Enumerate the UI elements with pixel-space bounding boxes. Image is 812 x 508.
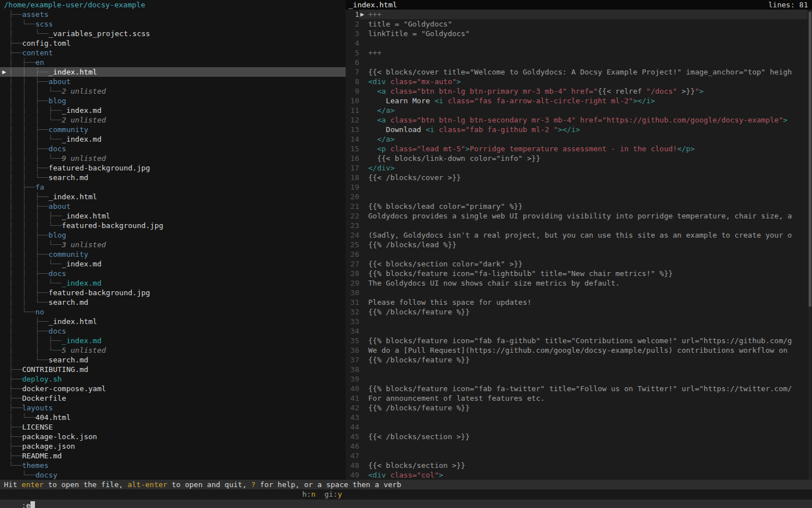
line-content: {{% /blocks/feature %}} — [359, 403, 807, 413]
line-content: <div class="col"> — [359, 470, 807, 480]
line-number: 25 — [346, 240, 359, 249]
tree-row-featured-background.jpg[interactable]: │ │ ├──featured-background.jpg — [0, 288, 346, 297]
preview-scrollbar-thumb[interactable] — [809, 12, 811, 306]
code-line-3: 3linkTitle = "Goldydocs" — [346, 29, 812, 38]
command-input-bar[interactable]: :e h:n gi:y — [0, 489, 812, 500]
line-number: 12 — [346, 115, 359, 125]
preview-scrollbar[interactable] — [809, 11, 811, 480]
tree-row-_index.html[interactable]: │ │ │ ├──_index.html — [0, 211, 346, 221]
tree-branch-lines: │ │ │ └── — [0, 221, 62, 230]
code-token: {{< blocks/section >}} — [368, 461, 465, 470]
tree-row-3-unlisted: │ │ │ └──3 unlisted — [0, 240, 346, 249]
tree-branch-lines: │ │ │ └── — [0, 259, 62, 269]
tree-row-scss[interactable]: │ └──scss — [0, 19, 346, 29]
line-content — [359, 441, 807, 451]
tree-row-blog[interactable]: │ │ ├──blog — [0, 96, 346, 106]
tree-row-_index.md[interactable]: │ │ │ └──_index.md — [0, 259, 346, 269]
preview-cursor-icon: ▶ — [360, 10, 364, 19]
tree-row-fa[interactable]: │ ├──fa — [0, 182, 346, 192]
tree-row-dockerfile[interactable]: ├──Dockerfile — [0, 393, 346, 403]
tree-entry-label: 2 unlisted — [62, 115, 106, 125]
tree-row-docs[interactable]: │ │ ├──docs — [0, 269, 346, 278]
tree-row-_index.html[interactable]: ▶ │ │ ├──_index.html — [0, 67, 346, 77]
tree-row-_index.md[interactable]: │ │ │ └──_index.md — [0, 134, 346, 144]
tree-row-readme.md[interactable]: ├──README.md — [0, 451, 346, 461]
code-token — [368, 87, 377, 95]
code-token: </a> — [377, 135, 395, 143]
tree-row-no[interactable]: │ └──no — [0, 307, 346, 317]
tree-branch-lines: │ │ ├── — [0, 163, 48, 173]
tree-row-docker-compose.yaml[interactable]: ├──docker-compose.yaml — [0, 384, 346, 393]
code-line-44: 44 — [346, 422, 812, 432]
tree-entry-label: assets — [22, 10, 48, 19]
tree-branch-lines: │ └── — [0, 19, 36, 29]
tree-row-_index.md[interactable]: │ │ │ ├──_index.md — [0, 106, 346, 115]
tree-row-about[interactable]: │ │ ├──about — [0, 202, 346, 211]
tree-row-search.md[interactable]: │ │ └──search.md — [0, 173, 346, 182]
line-number: 47 — [346, 451, 359, 461]
tree-row-content[interactable]: ├──content — [0, 48, 346, 58]
tree-row-search.md[interactable]: │ └──search.md — [0, 355, 346, 365]
status-hint-bar: Hit enter to open the file, alt-enter to… — [0, 480, 812, 489]
tree-branch-lines: ├── — [0, 374, 22, 384]
code-token: <div — [368, 77, 386, 86]
tree-entry-label: _index.md — [62, 259, 102, 269]
line-number: 39 — [346, 374, 359, 384]
tree-row-community[interactable]: │ │ ├──community — [0, 125, 346, 134]
code-token: {{< relref — [598, 87, 646, 95]
tree-entry-label: en — [36, 58, 45, 67]
tree-row-_index.html[interactable]: │ ├──_index.html — [0, 317, 346, 326]
code-token: > — [439, 471, 443, 479]
tree-row-community[interactable]: │ │ ├──community — [0, 249, 346, 259]
line-number: 45 — [346, 432, 359, 441]
code-line-7: 7{{< blocks/cover title="Welcome to Gold… — [346, 67, 812, 77]
line-content: </a> — [359, 134, 807, 144]
tree-entry-label: featured-background.jpg — [48, 288, 150, 297]
tree-row-assets[interactable]: ├──assets — [0, 10, 346, 19]
tree-row-themes[interactable]: └──themes — [0, 461, 346, 470]
tree-row-docsy[interactable]: └──docsy — [0, 470, 346, 480]
tree-row-license[interactable]: ├──LICENSE — [0, 422, 346, 432]
input-value[interactable]: e — [26, 501, 30, 508]
code-token: class="fab fa-github ml-2 " — [439, 125, 558, 134]
tree-row-package-lock.json[interactable]: ├──package-lock.json — [0, 432, 346, 441]
code-preview: 1▶+++2title = "Goldydocs"3linkTitle = "G… — [346, 10, 812, 480]
tree-entry-label: _index.md — [62, 278, 102, 288]
line-number: 21 — [346, 202, 359, 211]
code-token: Goldydocs provides a single web UI provi… — [368, 212, 792, 220]
tree-entry-label: blog — [48, 230, 66, 240]
code-line-5: 5+++ — [346, 48, 812, 58]
code-line-23: 23 — [346, 221, 812, 230]
code-line-35: 35{{% blocks/feature icon="fab fa-github… — [346, 336, 812, 345]
line-number: 8 — [346, 77, 359, 86]
file-tree: ├──assets │ └──scss │ └──_variables_proj… — [0, 10, 346, 480]
tree-row-contributing.md[interactable]: ├──CONTRIBUTING.md — [0, 365, 346, 374]
line-number: 20 — [346, 192, 359, 202]
tree-row-en[interactable]: │ ├──en — [0, 58, 346, 67]
tree-row-docs[interactable]: │ │ ├──docs — [0, 144, 346, 154]
tree-row-_index.md[interactable]: │ │ │ └──_index.md — [0, 278, 346, 288]
line-content: (Sadly, Goldydocs isn't a real project, … — [359, 230, 807, 240]
tree-entry-label: _index.html — [62, 211, 111, 221]
code-line-4: 4 — [346, 38, 812, 48]
line-number: 23 — [346, 221, 359, 230]
tree-row-package.json[interactable]: ├──package.json — [0, 441, 346, 451]
tree-branch-lines: │ ├── — [0, 58, 36, 67]
tree-row-about[interactable]: │ │ ├──about — [0, 77, 346, 86]
line-content — [359, 413, 807, 422]
tree-branch-lines: │ │ │ └── — [0, 154, 62, 163]
tree-row-docs[interactable]: │ ├──docs — [0, 326, 346, 336]
tree-row-featured-background.jpg[interactable]: │ │ ├──featured-background.jpg — [0, 163, 346, 173]
tree-row-featured-background.jpg[interactable]: │ │ │ └──featured-background.jpg — [0, 221, 346, 230]
tree-row-search.md[interactable]: │ │ └──search.md — [0, 297, 346, 307]
tree-row-_index.md[interactable]: │ │ ├──_index.md — [0, 336, 346, 345]
code-token: class="col" — [390, 471, 439, 479]
tree-row-layouts[interactable]: ├──layouts — [0, 403, 346, 413]
tree-row-deploy.sh[interactable]: ├──deploy.sh — [0, 374, 346, 384]
tree-row-blog[interactable]: │ │ ├──blog — [0, 230, 346, 240]
tree-row-_index.html[interactable]: │ │ ├──_index.html — [0, 192, 346, 202]
tree-row-config.toml[interactable]: ├──config.toml — [0, 38, 346, 48]
tree-row-404.html[interactable]: │ └──404.html — [0, 413, 346, 422]
line-content: {{< blocks/section color="dark" >}} — [359, 259, 807, 269]
tree-row-_variables_project.scss[interactable]: │ └──_variables_project.scss — [0, 29, 346, 38]
